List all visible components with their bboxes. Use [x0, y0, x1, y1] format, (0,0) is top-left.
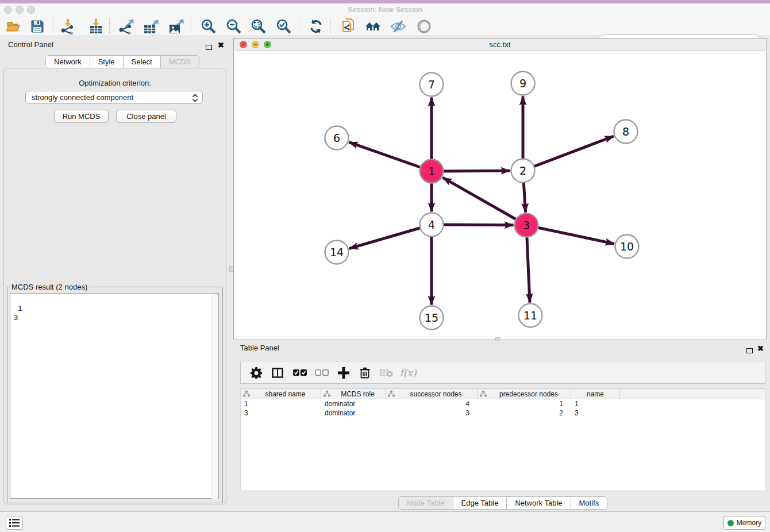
- table-cell[interactable]: 3: [571, 408, 620, 418]
- first-neighbors-icon[interactable]: [364, 18, 382, 35]
- graph-node-2[interactable]: 2: [511, 159, 535, 183]
- lens-icon[interactable]: [415, 18, 433, 35]
- graph-edge-4-14[interactable]: [349, 225, 432, 249]
- open-session-icon[interactable]: [5, 18, 22, 35]
- main-toolbar: [0, 16, 770, 36]
- maximize-window-button[interactable]: [27, 6, 35, 14]
- settings-gear-icon[interactable]: [248, 364, 265, 381]
- zoom-out-icon[interactable]: [225, 18, 242, 35]
- network-zoom-button[interactable]: +: [264, 41, 271, 48]
- task-list-icon: [9, 519, 20, 527]
- graph-node-4[interactable]: 4: [420, 213, 444, 237]
- function-builder-icon[interactable]: f(x): [397, 364, 419, 381]
- import-table-icon[interactable]: [87, 18, 105, 35]
- tab-style[interactable]: Style: [90, 56, 124, 68]
- clone-network-icon[interactable]: [340, 18, 357, 35]
- control-panel-tabs: NetworkStyleSelectMCDS: [45, 55, 199, 68]
- node-table-header: shared nameMCDS rolesuccessor nodesprede…: [241, 388, 765, 399]
- column-header-MCDS-role[interactable]: MCDS role: [321, 389, 386, 399]
- export-image-icon[interactable]: [167, 18, 184, 35]
- tab-mcds[interactable]: MCDS: [161, 56, 199, 68]
- table-cell[interactable]: 2: [478, 408, 571, 418]
- run-mcds-button[interactable]: Run MCDS: [54, 110, 109, 123]
- graph-node-8[interactable]: 8: [614, 120, 638, 144]
- import-network-icon[interactable]: [59, 18, 76, 35]
- select-stepper-icon: [192, 94, 198, 102]
- graph-node-6[interactable]: 6: [325, 126, 349, 150]
- export-network-icon[interactable]: [117, 18, 134, 35]
- tab-edge-table[interactable]: Edge Table: [453, 497, 507, 509]
- table-cell[interactable]: 3: [241, 408, 321, 418]
- hide-selected-icon[interactable]: [390, 18, 407, 35]
- graph-edge-2-8[interactable]: [523, 136, 614, 171]
- close-window-button[interactable]: [4, 6, 12, 14]
- graph-node-10[interactable]: 10: [615, 235, 639, 259]
- toolbar-separator: [299, 18, 299, 33]
- zoom-in-icon[interactable]: [200, 18, 217, 35]
- save-session-icon[interactable]: [29, 18, 46, 35]
- table-cell[interactable]: dominator: [321, 399, 386, 408]
- control-panel-float-icon[interactable]: [206, 42, 212, 52]
- graph-node-9[interactable]: 9: [511, 72, 535, 95]
- table-cell[interactable]: dominator: [321, 408, 386, 418]
- refresh-icon[interactable]: [307, 18, 325, 35]
- tab-motifs[interactable]: Motifs: [571, 497, 607, 509]
- tab-node-table[interactable]: Node Table: [399, 497, 453, 509]
- select-all-icon[interactable]: [291, 364, 309, 381]
- column-header-name[interactable]: name: [571, 389, 620, 399]
- tab-select[interactable]: Select: [124, 56, 161, 68]
- graph-node-14[interactable]: 14: [325, 241, 349, 264]
- graph-node-label: 11: [523, 309, 537, 322]
- zoom-fit-icon[interactable]: [250, 18, 267, 35]
- zoom-selected-icon[interactable]: [275, 18, 292, 35]
- graph-node-label: 2: [519, 164, 526, 177]
- graph-node-label: 1: [428, 165, 435, 178]
- tab-network-table[interactable]: Network Table: [507, 497, 571, 509]
- delete-row-icon[interactable]: [356, 364, 374, 381]
- graph-node-1[interactable]: 1: [420, 160, 444, 183]
- close-panel-button[interactable]: Close panel: [116, 110, 176, 123]
- control-panel-close-icon[interactable]: ✖: [218, 42, 224, 48]
- network-view-window: × − + scc.txt 7968124314101511: [233, 38, 767, 340]
- table-row[interactable]: 3dominator323: [241, 408, 765, 418]
- table-cell[interactable]: 1: [241, 399, 321, 408]
- graph-node-11[interactable]: 11: [519, 304, 542, 327]
- minimize-window-button[interactable]: [16, 6, 24, 14]
- graph-node-15[interactable]: 15: [420, 306, 444, 330]
- column-header-predecessor-nodes[interactable]: predecessor nodes: [478, 389, 571, 399]
- table-panel-close-icon[interactable]: ✖: [757, 345, 764, 352]
- graph-node-3[interactable]: 3: [515, 214, 538, 237]
- horizontal-splitter-grip[interactable]: [495, 337, 500, 341]
- column-header-successor-nodes[interactable]: successor nodes: [386, 389, 478, 399]
- clear-table-icon[interactable]: [378, 364, 395, 381]
- table-cell[interactable]: 3: [386, 408, 478, 418]
- table-cell[interactable]: 1: [571, 399, 620, 408]
- add-row-icon[interactable]: [335, 364, 352, 381]
- column-header-shared-name[interactable]: shared name: [241, 389, 321, 399]
- task-history-button[interactable]: [6, 516, 23, 530]
- graph-edge-1-6[interactable]: [349, 142, 432, 171]
- table-toolbar: f(x): [240, 361, 765, 384]
- graph-edge-3-10[interactable]: [526, 225, 614, 244]
- table-panel-float-icon[interactable]: [746, 345, 753, 356]
- result-scrollbar[interactable]: [211, 294, 218, 499]
- graph-edge-3-1[interactable]: [443, 178, 526, 225]
- table-panel-title: Table Panel: [240, 344, 279, 352]
- table-row[interactable]: 1dominator411: [241, 399, 765, 408]
- network-canvas[interactable]: 7968124314101511: [234, 51, 766, 340]
- mcds-result-textarea[interactable]: 1 3: [10, 293, 219, 499]
- vertical-splitter-grip[interactable]: [229, 266, 233, 272]
- columns-icon[interactable]: [269, 364, 286, 381]
- table-cell[interactable]: 4: [386, 399, 478, 408]
- table-cell[interactable]: 1: [478, 399, 571, 408]
- tab-network[interactable]: Network: [46, 56, 90, 68]
- optimization-criterion-select[interactable]: strongly connected component: [25, 91, 203, 104]
- optimization-criterion-value: strongly connected component: [32, 93, 133, 102]
- memory-button[interactable]: Memory: [723, 516, 765, 530]
- toolbar-separator: [109, 18, 110, 33]
- graph-node-7[interactable]: 7: [420, 73, 444, 97]
- unselect-all-icon[interactable]: [313, 364, 330, 381]
- export-table-icon[interactable]: [142, 18, 159, 35]
- network-close-button[interactable]: ×: [240, 41, 247, 48]
- network-minimize-button[interactable]: −: [252, 41, 259, 48]
